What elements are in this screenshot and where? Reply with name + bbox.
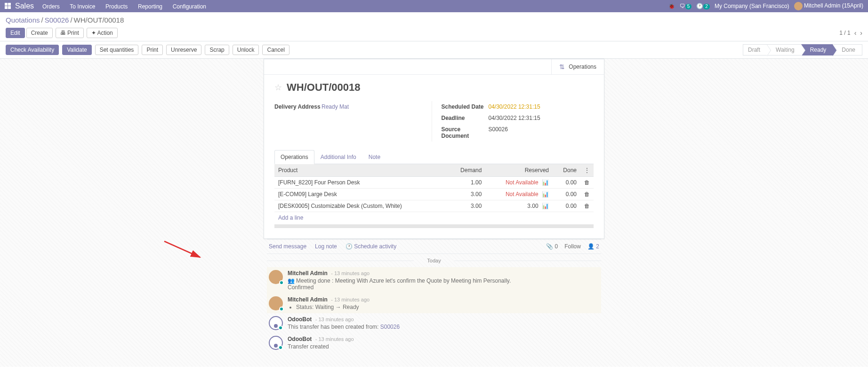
delete-row-icon[interactable]: 🗑 — [584, 179, 590, 186]
presence-dot — [279, 280, 284, 285]
followers-val: 2 — [596, 243, 599, 250]
set-quantities-button[interactable]: Set quantities — [95, 45, 139, 55]
cell-product: [DESK0005] Customizable Desk (Custom, Wh… — [274, 200, 448, 212]
form-background: ⇅ Operations ☆ WH/OUT/00018 Delivery Add… — [0, 59, 868, 367]
send-message-link[interactable]: Send message — [269, 243, 306, 250]
table-row[interactable]: [FURN_8220] Four Person Desk 1.00 Not Av… — [274, 177, 594, 189]
message-author[interactable]: OdooBot — [288, 336, 312, 342]
presence-dot — [278, 325, 283, 330]
menu-configuration[interactable]: Configuration — [173, 3, 206, 10]
col-menu[interactable]: ⋮ — [580, 164, 594, 177]
cancel-button[interactable]: Cancel — [262, 45, 289, 55]
activities-badge: 2 — [703, 4, 710, 9]
menu-orders[interactable]: Orders — [42, 3, 60, 10]
follow-button[interactable]: Follow — [564, 243, 581, 250]
col-done: Done — [553, 164, 580, 177]
forecast-icon[interactable]: 📊 — [542, 203, 549, 209]
forecast-icon[interactable]: 📊 — [542, 191, 549, 198]
message-author[interactable]: Mitchell Admin — [288, 296, 328, 303]
message-time: - 13 minutes ago — [315, 336, 354, 342]
table-scrollbar[interactable] — [274, 224, 594, 228]
message-text: This transfer has been created from: S00… — [288, 324, 400, 330]
delivery-address-value[interactable]: Ready Mat — [321, 103, 349, 110]
message-time: - 13 minutes ago — [315, 317, 354, 322]
user-menu[interactable]: Mitchell Admin (15April) — [794, 2, 863, 10]
table-row[interactable]: [DESK0005] Customizable Desk (Custom, Wh… — [274, 200, 594, 212]
document-title: WH/OUT/00018 — [287, 81, 361, 94]
operations-label: Operations — [569, 63, 596, 70]
message-text: Transfer created — [288, 343, 354, 350]
message-author[interactable]: Mitchell Admin — [288, 270, 328, 277]
cell-done: 0.00 — [553, 177, 580, 189]
cell-demand: 1.00 — [448, 177, 486, 189]
validate-button[interactable]: Validate — [62, 45, 91, 55]
messages-icon[interactable]: 🗨5 — [680, 3, 692, 9]
tab-additional-info[interactable]: Additional Info — [314, 150, 362, 164]
chatter-message: OdooBot - 13 minutes ago This transfer h… — [267, 313, 601, 333]
edit-button[interactable]: Edit — [6, 28, 25, 38]
apps-icon[interactable] — [5, 3, 11, 9]
add-line-link[interactable]: Add a line — [274, 212, 594, 223]
timeline-today: Today — [267, 254, 601, 267]
message-avatar — [269, 336, 283, 350]
pager-prev[interactable]: ‹ — [854, 29, 857, 37]
print-label: Print — [67, 30, 79, 36]
meeting-icon: 👥 — [288, 277, 295, 284]
operations-stat-button[interactable]: ⇅ Operations — [551, 59, 604, 74]
delete-row-icon[interactable]: 🗑 — [584, 203, 590, 209]
activities-icon[interactable]: 🕐2 — [696, 3, 710, 9]
top-nav: Sales Orders To Invoice Products Reporti… — [0, 0, 868, 12]
cell-done: 0.00 — [553, 189, 580, 200]
message-author[interactable]: OdooBot — [288, 316, 312, 323]
delete-row-icon[interactable]: 🗑 — [584, 191, 590, 198]
status-done[interactable]: Done — [833, 44, 862, 55]
source-link[interactable]: S00026 — [380, 324, 400, 330]
unreserve-button[interactable]: Unreserve — [166, 45, 201, 55]
message-avatar — [269, 270, 283, 284]
avatar — [794, 2, 803, 10]
breadcrumb-current: WH/OUT/00018 — [74, 16, 124, 24]
company-switcher[interactable]: My Company (San Francisco) — [715, 3, 789, 9]
menu-to-invoice[interactable]: To Invoice — [70, 3, 95, 10]
breadcrumb-mid[interactable]: S00026 — [45, 16, 69, 24]
tab-operations[interactable]: Operations — [274, 150, 314, 164]
user-name: Mitchell Admin (15April) — [804, 2, 863, 9]
scrap-button[interactable]: Scrap — [205, 45, 229, 55]
menu-products[interactable]: Products — [105, 3, 128, 10]
attach-count: 0 — [555, 243, 558, 250]
messages-badge: 5 — [685, 4, 692, 9]
check-availability-button[interactable]: Check Availability — [6, 45, 59, 55]
print-dropdown[interactable]: 🖶 Print — [56, 28, 84, 38]
table-row[interactable]: [E-COM09] Large Desk 3.00 Not Available … — [274, 189, 594, 200]
cell-reserved: Not Available 📊 — [485, 189, 553, 200]
brand-label[interactable]: Sales — [15, 2, 34, 10]
status-draft[interactable]: Draft — [743, 44, 767, 55]
action-dropdown[interactable]: ✦ Action — [87, 28, 118, 38]
status-ready[interactable]: Ready — [801, 44, 833, 55]
tab-note[interactable]: Note — [362, 150, 386, 164]
followers-count[interactable]: 👤 2 — [587, 243, 599, 250]
print-button[interactable]: Print — [142, 45, 163, 55]
log-note-link[interactable]: Log note — [315, 243, 337, 250]
menu-reporting[interactable]: Reporting — [138, 3, 162, 10]
reserved-not-available: Not Available — [506, 191, 538, 198]
chatter-message: Mitchell Admin - 13 minutes ago Status: … — [267, 293, 601, 313]
forecast-icon[interactable]: 📊 — [542, 179, 549, 186]
breadcrumb: Quotations/S00026/WH/OUT/00018 — [6, 16, 862, 24]
reserved-not-available: Not Available — [506, 179, 538, 186]
presence-dot — [278, 345, 283, 350]
unlock-button[interactable]: Unlock — [233, 45, 259, 55]
bug-icon[interactable]: 🐞 — [668, 3, 675, 9]
status-waiting[interactable]: Waiting — [767, 44, 801, 55]
attachments-count[interactable]: 📎 0 — [546, 243, 558, 250]
create-button[interactable]: Create — [26, 28, 53, 38]
scheduled-date-value: 04/30/2022 12:31:15 — [489, 103, 540, 110]
tabs: Operations Additional Info Note — [274, 150, 594, 164]
control-panel: Quotations/S00026/WH/OUT/00018 Edit Crea… — [0, 12, 868, 41]
favorite-star-icon[interactable]: ☆ — [274, 82, 282, 93]
breadcrumb-root[interactable]: Quotations — [6, 16, 40, 24]
pager-next[interactable]: › — [860, 29, 862, 37]
cell-done: 0.00 — [553, 200, 580, 212]
schedule-activity-link[interactable]: 🕐 Schedule activity — [346, 243, 396, 250]
col-reserved: Reserved — [485, 164, 553, 177]
